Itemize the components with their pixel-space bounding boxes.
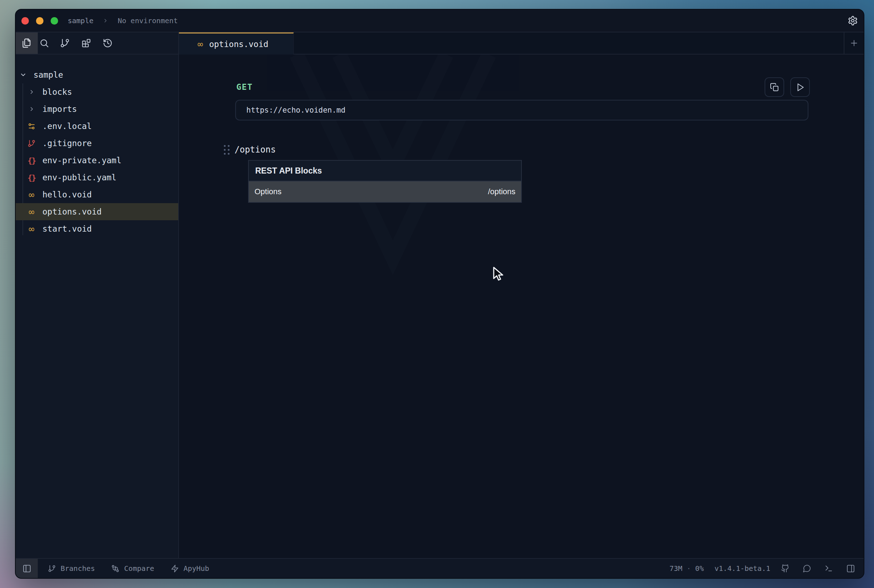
chevron-right-icon	[29, 89, 35, 95]
run-request-button[interactable]	[790, 77, 810, 97]
terminal-icon[interactable]	[824, 564, 833, 573]
tree-item-label: env-private.yaml	[42, 156, 122, 165]
tree-item-env-local[interactable]: .env.local	[16, 118, 178, 135]
memory-usage: 73M	[670, 564, 682, 573]
git-branch-icon[interactable]	[60, 38, 70, 48]
tab-bar: ∞ options.void	[179, 32, 863, 54]
dot-separator: ·	[686, 564, 691, 573]
popup-item-options[interactable]: Options /options	[249, 182, 521, 202]
infinity-icon: ∞	[27, 207, 36, 217]
tree-item-gitignore[interactable]: .gitignore	[16, 135, 178, 152]
copy-request-button[interactable]	[764, 77, 784, 97]
request-url-input[interactable]: https://echo.voiden.md	[235, 100, 808, 120]
branches-button[interactable]: Branches	[48, 564, 95, 573]
git-compare-icon	[111, 564, 119, 573]
tree-root-label: sample	[33, 70, 63, 80]
infinity-icon: ∞	[27, 190, 36, 200]
sidebar: sample blocks imports .e	[16, 32, 179, 558]
tree-item-env-public[interactable]: {} env-public.yaml	[16, 169, 178, 186]
tab-label: options.void	[209, 39, 269, 49]
tab-options-void[interactable]: ∞ options.void	[179, 32, 294, 54]
popup-item-label: Options	[254, 187, 282, 196]
git-branch-icon	[27, 140, 36, 147]
close-button[interactable]	[21, 17, 29, 25]
blocks-icon[interactable]	[81, 38, 91, 48]
search-icon[interactable]	[39, 38, 49, 48]
chevron-down-icon	[20, 71, 27, 78]
zap-icon	[171, 564, 179, 573]
toggle-right-panel-icon[interactable]	[846, 564, 855, 573]
new-tab-button[interactable]	[844, 32, 863, 54]
infinity-icon: ∞	[197, 39, 203, 49]
rest-api-blocks-popup: REST API Blocks Options /options	[248, 160, 522, 203]
popup-header: REST API Blocks	[249, 161, 521, 182]
editor-canvas[interactable]: GET https://echo.voiden.md /options REST…	[179, 54, 863, 558]
file-tree: sample blocks imports .e	[16, 54, 178, 558]
tree-item-hello-void[interactable]: ∞ hello.void	[16, 186, 178, 203]
titlebar: sample No environment	[16, 10, 863, 32]
compare-label: Compare	[124, 564, 154, 573]
breadcrumb: sample No environment	[68, 16, 178, 25]
branches-label: Branches	[61, 564, 95, 573]
tree-item-blocks[interactable]: blocks	[16, 83, 178, 100]
app-window: sample No environment	[15, 9, 864, 579]
tree-item-label: .gitignore	[42, 139, 92, 148]
environment-selector[interactable]: No environment	[118, 16, 178, 25]
endpoint-path: /options	[234, 145, 276, 154]
chevron-right-icon	[29, 106, 35, 112]
tree-item-imports[interactable]: imports	[16, 100, 178, 118]
history-icon[interactable]	[103, 38, 113, 48]
sliders-icon	[27, 122, 36, 130]
request-url-value: https://echo.voiden.md	[246, 106, 345, 114]
endpoint-block[interactable]: /options	[224, 141, 276, 159]
cpu-usage: 0%	[695, 564, 704, 573]
activity-bar	[16, 32, 178, 54]
tree-item-env-private[interactable]: {} env-private.yaml	[16, 152, 178, 169]
github-icon[interactable]	[781, 564, 790, 573]
app-version: v1.4.1-beta.1	[714, 564, 770, 573]
tree-item-label: hello.void	[42, 190, 92, 199]
project-name[interactable]: sample	[68, 16, 93, 25]
git-branch-icon	[48, 564, 56, 573]
tree-item-label: imports	[42, 104, 77, 114]
http-method-label: GET	[236, 82, 253, 92]
tree-item-label: options.void	[42, 207, 102, 216]
tree-item-start-void[interactable]: ∞ start.void	[16, 220, 178, 237]
apyhub-label: ApyHub	[183, 564, 209, 573]
tree-item-label: start.void	[42, 224, 92, 233]
braces-icon: {}	[27, 156, 36, 165]
popup-item-path: /options	[488, 187, 515, 196]
minimize-button[interactable]	[36, 17, 44, 25]
braces-icon: {}	[27, 173, 36, 182]
apyhub-button[interactable]: ApyHub	[171, 564, 209, 573]
tree-root-sample[interactable]: sample	[16, 66, 178, 83]
tree-item-label: .env.local	[42, 122, 92, 131]
status-bar: Branches Compare ApyHub 73M · 0% v1.4.1-…	[16, 558, 863, 578]
toggle-sidebar-button[interactable]	[16, 559, 38, 578]
tree-item-options-void[interactable]: ∞ options.void	[16, 203, 178, 220]
resource-usage: 73M · 0%	[670, 564, 704, 573]
tree-item-label: blocks	[42, 87, 72, 97]
compare-button[interactable]: Compare	[111, 564, 154, 573]
mouse-cursor	[490, 266, 505, 282]
traffic-lights	[21, 10, 58, 32]
settings-gear-icon[interactable]	[848, 16, 858, 26]
feedback-chat-icon[interactable]	[803, 564, 811, 573]
infinity-icon: ∞	[27, 224, 36, 234]
chevron-right-icon	[103, 18, 108, 24]
maximize-button[interactable]	[51, 17, 58, 25]
tree-item-label: env-public.yaml	[42, 173, 117, 182]
drag-handle-icon[interactable]	[224, 145, 230, 154]
files-icon[interactable]	[22, 38, 32, 48]
